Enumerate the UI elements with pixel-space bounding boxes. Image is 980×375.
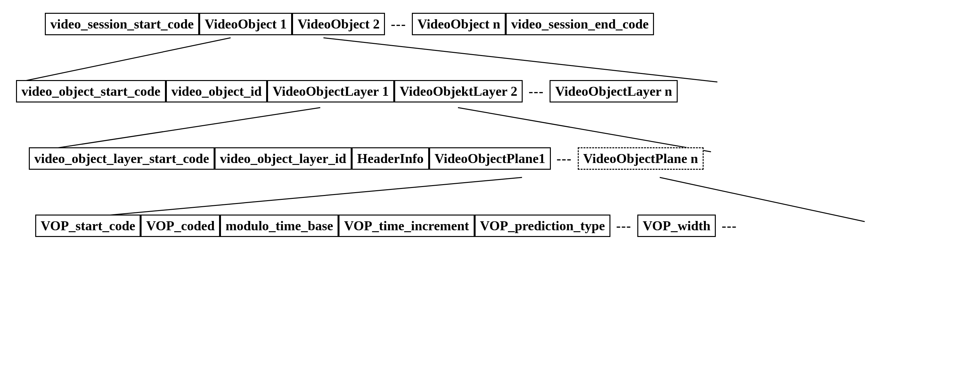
connector-lines: [6, 13, 974, 250]
ellipsis: ---: [385, 16, 412, 32]
field-video-session-start-code: video_session_start_code: [45, 13, 199, 35]
svg-line-1: [323, 38, 718, 82]
svg-line-0: [19, 38, 231, 82]
field-video-object-start-code: video_object_start_code: [16, 80, 166, 102]
level-1-session: video_session_start_code VideoObject 1 V…: [45, 13, 974, 35]
bitstream-hierarchy-diagram: video_session_start_code VideoObject 1 V…: [6, 13, 974, 237]
field-video-objekt-layer-2: VideoObjektLayer 2: [394, 80, 523, 102]
field-modulo-time-base: modulo_time_base: [220, 215, 339, 237]
field-video-object-n: VideoObject n: [412, 13, 506, 35]
ellipsis: ---: [611, 218, 637, 234]
level-2-video-object: video_object_start_code video_object_id …: [16, 80, 974, 102]
field-vop-prediction-type: VOP_prediction_type: [475, 215, 611, 237]
field-video-object-layer-id: video_object_layer_id: [215, 147, 352, 170]
field-video-object-layer-start-code: video_object_layer_start_code: [29, 147, 215, 170]
field-video-object-plane-n: VideoObjectPlane n: [578, 147, 704, 170]
field-vop-time-increment: VOP_time_increment: [339, 215, 474, 237]
field-video-object-2: VideoObject 2: [292, 13, 385, 35]
svg-line-2: [32, 108, 320, 152]
level-4-vop: VOP_start_code VOP_coded modulo_time_bas…: [35, 215, 974, 237]
field-vop-start-code: VOP_start_code: [35, 215, 141, 237]
svg-line-3: [458, 108, 711, 152]
ellipsis: ---: [523, 84, 550, 99]
ellipsis: ---: [716, 218, 743, 234]
field-video-object-id: video_object_id: [166, 80, 267, 102]
field-video-object-layer-n: VideoObjectLayer n: [550, 80, 677, 102]
ellipsis: ---: [551, 151, 578, 166]
field-video-object-1: VideoObject 1: [199, 13, 292, 35]
field-video-object-plane-1: VideoObjectPlane1: [429, 147, 551, 170]
field-video-session-end-code: video_session_end_code: [506, 13, 654, 35]
field-vop-width: VOP_width: [637, 215, 716, 237]
level-3-video-object-layer: video_object_layer_start_code video_obje…: [29, 147, 974, 170]
field-header-info: HeaderInfo: [352, 147, 429, 170]
field-vop-coded: VOP_coded: [141, 215, 220, 237]
field-video-object-layer-1: VideoObjectLayer 1: [267, 80, 394, 102]
